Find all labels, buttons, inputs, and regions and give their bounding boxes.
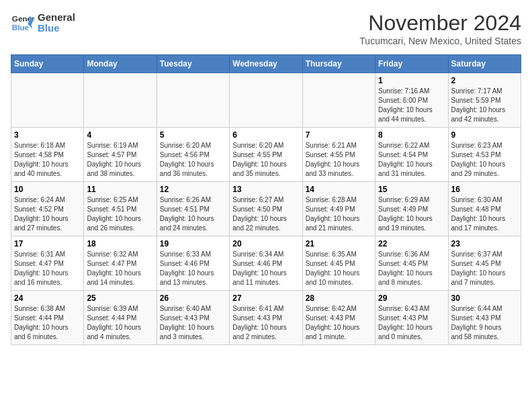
day-number: 25 <box>87 293 153 303</box>
week-row-5: 24Sunrise: 6:38 AM Sunset: 4:44 PM Dayli… <box>11 291 521 345</box>
day-detail: Sunrise: 6:24 AM Sunset: 4:52 PM Dayligh… <box>14 195 81 233</box>
day-detail: Sunrise: 6:33 AM Sunset: 4:46 PM Dayligh… <box>160 250 226 287</box>
day-detail: Sunrise: 6:38 AM Sunset: 4:44 PM Dayligh… <box>14 304 81 342</box>
day-number: 9 <box>451 130 518 140</box>
logo-general: General <box>38 12 75 24</box>
logo-icon: General Blue <box>11 11 35 35</box>
day-detail: Sunrise: 6:37 AM Sunset: 4:45 PM Dayligh… <box>451 250 518 287</box>
day-number: 19 <box>160 239 226 248</box>
day-cell: 25Sunrise: 6:39 AM Sunset: 4:44 PM Dayli… <box>84 291 157 345</box>
day-number: 12 <box>160 185 226 194</box>
header: General Blue General Blue November 2024 … <box>11 11 521 46</box>
day-cell: 11Sunrise: 6:25 AM Sunset: 4:51 PM Dayli… <box>84 182 157 236</box>
calendar-header: SundayMondayTuesdayWednesdayThursdayFrid… <box>11 55 521 73</box>
header-cell-wednesday: Wednesday <box>230 55 302 73</box>
day-number: 11 <box>87 185 153 194</box>
day-number: 1 <box>378 76 445 85</box>
day-number: 13 <box>232 185 299 194</box>
day-cell <box>302 73 375 128</box>
day-detail: Sunrise: 6:35 AM Sunset: 4:45 PM Dayligh… <box>306 250 372 287</box>
day-number: 5 <box>160 130 226 140</box>
day-cell: 13Sunrise: 6:27 AM Sunset: 4:50 PM Dayli… <box>230 182 302 236</box>
week-row-2: 3Sunrise: 6:18 AM Sunset: 4:58 PM Daylig… <box>11 128 521 182</box>
day-number: 30 <box>451 293 518 303</box>
day-number: 8 <box>378 130 445 140</box>
day-cell: 16Sunrise: 6:30 AM Sunset: 4:48 PM Dayli… <box>448 182 521 236</box>
day-detail: Sunrise: 6:41 AM Sunset: 4:43 PM Dayligh… <box>232 304 299 342</box>
day-detail: Sunrise: 6:42 AM Sunset: 4:43 PM Dayligh… <box>306 304 372 342</box>
day-number: 26 <box>160 293 226 303</box>
day-number: 16 <box>451 185 518 194</box>
day-cell: 29Sunrise: 6:43 AM Sunset: 4:43 PM Dayli… <box>375 291 448 345</box>
day-detail: Sunrise: 6:43 AM Sunset: 4:43 PM Dayligh… <box>378 304 445 342</box>
day-detail: Sunrise: 6:30 AM Sunset: 4:48 PM Dayligh… <box>451 195 518 233</box>
header-cell-monday: Monday <box>84 55 157 73</box>
day-number: 10 <box>14 185 81 194</box>
day-cell: 20Sunrise: 6:34 AM Sunset: 4:46 PM Dayli… <box>230 236 302 291</box>
day-number: 23 <box>451 239 518 248</box>
logo: General Blue General Blue <box>11 11 75 35</box>
day-cell: 2Sunrise: 7:17 AM Sunset: 5:59 PM Daylig… <box>448 73 521 128</box>
day-detail: Sunrise: 6:36 AM Sunset: 4:45 PM Dayligh… <box>378 250 445 287</box>
day-cell: 9Sunrise: 6:23 AM Sunset: 4:53 PM Daylig… <box>448 128 521 182</box>
week-row-4: 17Sunrise: 6:31 AM Sunset: 4:47 PM Dayli… <box>11 236 521 291</box>
day-cell: 7Sunrise: 6:21 AM Sunset: 4:55 PM Daylig… <box>302 128 375 182</box>
day-detail: Sunrise: 6:27 AM Sunset: 4:50 PM Dayligh… <box>232 195 299 233</box>
title-area: November 2024 Tucumcari, New Mexico, Uni… <box>359 11 521 46</box>
month-title: November 2024 <box>359 11 521 36</box>
day-cell: 30Sunrise: 6:44 AM Sunset: 4:43 PM Dayli… <box>448 291 521 345</box>
logo-blue: Blue <box>38 23 75 34</box>
day-cell: 18Sunrise: 6:32 AM Sunset: 4:47 PM Dayli… <box>84 236 157 291</box>
header-row: SundayMondayTuesdayWednesdayThursdayFrid… <box>11 55 521 73</box>
day-detail: Sunrise: 6:28 AM Sunset: 4:49 PM Dayligh… <box>306 195 372 233</box>
day-detail: Sunrise: 6:32 AM Sunset: 4:47 PM Dayligh… <box>87 250 153 287</box>
day-cell: 28Sunrise: 6:42 AM Sunset: 4:43 PM Dayli… <box>302 291 375 345</box>
day-detail: Sunrise: 7:16 AM Sunset: 6:00 PM Dayligh… <box>378 87 445 124</box>
day-detail: Sunrise: 6:20 AM Sunset: 4:55 PM Dayligh… <box>232 141 299 179</box>
calendar-table: SundayMondayTuesdayWednesdayThursdayFrid… <box>11 54 521 345</box>
header-cell-saturday: Saturday <box>448 55 521 73</box>
location-subtitle: Tucumcari, New Mexico, United States <box>359 36 521 46</box>
day-number: 27 <box>232 293 299 303</box>
day-cell: 15Sunrise: 6:29 AM Sunset: 4:49 PM Dayli… <box>375 182 448 236</box>
day-cell: 12Sunrise: 6:26 AM Sunset: 4:51 PM Dayli… <box>157 182 229 236</box>
day-number: 3 <box>14 130 81 140</box>
day-cell: 23Sunrise: 6:37 AM Sunset: 4:45 PM Dayli… <box>448 236 521 291</box>
day-detail: Sunrise: 6:22 AM Sunset: 4:54 PM Dayligh… <box>378 141 445 179</box>
day-number: 7 <box>306 130 372 140</box>
day-number: 21 <box>306 239 372 248</box>
day-detail: Sunrise: 6:39 AM Sunset: 4:44 PM Dayligh… <box>87 304 153 342</box>
day-cell: 19Sunrise: 6:33 AM Sunset: 4:46 PM Dayli… <box>157 236 229 291</box>
day-cell <box>230 73 302 128</box>
day-cell: 6Sunrise: 6:20 AM Sunset: 4:55 PM Daylig… <box>230 128 302 182</box>
day-detail: Sunrise: 6:44 AM Sunset: 4:43 PM Dayligh… <box>451 304 518 342</box>
day-cell: 5Sunrise: 6:20 AM Sunset: 4:56 PM Daylig… <box>157 128 229 182</box>
day-cell: 22Sunrise: 6:36 AM Sunset: 4:45 PM Dayli… <box>375 236 448 291</box>
calendar-body: 1Sunrise: 7:16 AM Sunset: 6:00 PM Daylig… <box>11 73 521 345</box>
svg-text:Blue: Blue <box>12 23 30 32</box>
day-cell: 24Sunrise: 6:38 AM Sunset: 4:44 PM Dayli… <box>11 291 84 345</box>
week-row-1: 1Sunrise: 7:16 AM Sunset: 6:00 PM Daylig… <box>11 73 521 128</box>
day-detail: Sunrise: 6:18 AM Sunset: 4:58 PM Dayligh… <box>14 141 81 179</box>
day-number: 2 <box>451 76 518 85</box>
day-cell: 8Sunrise: 6:22 AM Sunset: 4:54 PM Daylig… <box>375 128 448 182</box>
day-number: 4 <box>87 130 153 140</box>
day-detail: Sunrise: 6:25 AM Sunset: 4:51 PM Dayligh… <box>87 195 153 233</box>
header-cell-thursday: Thursday <box>302 55 375 73</box>
day-cell: 21Sunrise: 6:35 AM Sunset: 4:45 PM Dayli… <box>302 236 375 291</box>
day-cell: 17Sunrise: 6:31 AM Sunset: 4:47 PM Dayli… <box>11 236 84 291</box>
day-number: 22 <box>378 239 445 248</box>
day-detail: Sunrise: 6:19 AM Sunset: 4:57 PM Dayligh… <box>87 141 153 179</box>
day-cell: 26Sunrise: 6:40 AM Sunset: 4:43 PM Dayli… <box>157 291 229 345</box>
day-cell: 14Sunrise: 6:28 AM Sunset: 4:49 PM Dayli… <box>302 182 375 236</box>
day-detail: Sunrise: 6:40 AM Sunset: 4:43 PM Dayligh… <box>160 304 226 342</box>
day-number: 20 <box>232 239 299 248</box>
day-number: 15 <box>378 185 445 194</box>
day-cell <box>157 73 229 128</box>
day-detail: Sunrise: 6:23 AM Sunset: 4:53 PM Dayligh… <box>451 141 518 179</box>
day-number: 29 <box>378 293 445 303</box>
day-number: 14 <box>306 185 372 194</box>
day-detail: Sunrise: 6:26 AM Sunset: 4:51 PM Dayligh… <box>160 195 226 233</box>
day-cell: 1Sunrise: 7:16 AM Sunset: 6:00 PM Daylig… <box>375 73 448 128</box>
day-number: 28 <box>306 293 372 303</box>
